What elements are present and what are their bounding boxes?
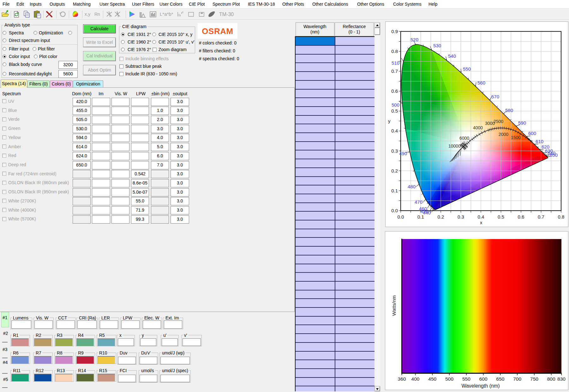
svg-text:x,y: x,y <box>85 12 90 17</box>
svg-text:L*a*b*: L*a*b* <box>160 11 173 17</box>
svg-text:Rn: Rn <box>94 12 100 17</box>
svg-text:TM-30: TM-30 <box>219 12 234 17</box>
